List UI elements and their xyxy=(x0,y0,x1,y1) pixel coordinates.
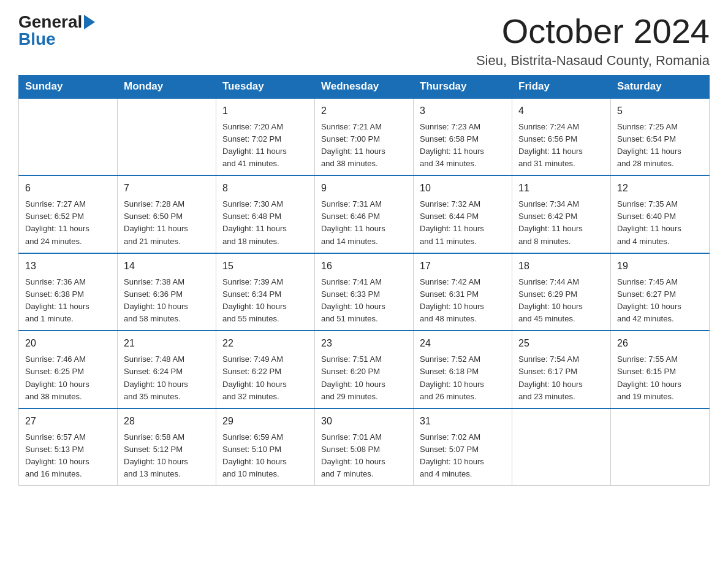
day-info: Sunrise: 7:02 AMSunset: 5:07 PMDaylight:… xyxy=(420,431,506,481)
day-info: Sunrise: 7:39 AMSunset: 6:34 PMDaylight:… xyxy=(222,276,308,326)
day-number: 12 xyxy=(617,181,703,196)
day-info: Sunrise: 7:25 AMSunset: 6:54 PMDaylight:… xyxy=(617,121,703,170)
day-number: 5 xyxy=(617,104,703,118)
day-info: Sunrise: 7:01 AMSunset: 5:08 PMDaylight:… xyxy=(321,431,407,481)
day-number: 28 xyxy=(124,414,210,429)
day-number: 22 xyxy=(222,336,308,351)
calendar-cell: 29Sunrise: 6:59 AMSunset: 5:10 PMDayligh… xyxy=(216,408,315,486)
day-number: 30 xyxy=(321,414,407,429)
day-number: 1 xyxy=(222,104,308,118)
day-info: Sunrise: 7:54 AMSunset: 6:17 PMDaylight:… xyxy=(518,353,604,403)
day-number: 9 xyxy=(321,181,407,196)
calendar-cell: 23Sunrise: 7:51 AMSunset: 6:20 PMDayligh… xyxy=(315,331,414,408)
day-info: Sunrise: 7:36 AMSunset: 6:38 PMDaylight:… xyxy=(25,276,111,326)
calendar-cell: 2Sunrise: 7:21 AMSunset: 7:00 PMDaylight… xyxy=(315,98,414,176)
day-number: 29 xyxy=(222,414,308,429)
day-number: 16 xyxy=(321,259,407,274)
calendar-cell: 15Sunrise: 7:39 AMSunset: 6:34 PMDayligh… xyxy=(216,253,315,331)
calendar-cell: 6Sunrise: 7:27 AMSunset: 6:52 PMDaylight… xyxy=(19,175,118,253)
calendar-cell: 3Sunrise: 7:23 AMSunset: 6:58 PMDaylight… xyxy=(414,98,512,176)
day-info: Sunrise: 7:49 AMSunset: 6:22 PMDaylight:… xyxy=(222,353,308,403)
day-info: Sunrise: 6:58 AMSunset: 5:12 PMDaylight:… xyxy=(124,431,210,481)
calendar-week-4: 20Sunrise: 7:46 AMSunset: 6:25 PMDayligh… xyxy=(19,331,710,408)
calendar-cell: 17Sunrise: 7:42 AMSunset: 6:31 PMDayligh… xyxy=(414,253,512,331)
page-header: General Blue October 2024 Sieu, Bistrita… xyxy=(18,12,710,69)
day-info: Sunrise: 7:55 AMSunset: 6:15 PMDaylight:… xyxy=(617,353,703,403)
calendar-cell: 30Sunrise: 7:01 AMSunset: 5:08 PMDayligh… xyxy=(315,408,414,486)
calendar-cell xyxy=(512,408,611,486)
calendar-cell: 11Sunrise: 7:34 AMSunset: 6:42 PMDayligh… xyxy=(512,175,611,253)
logo-arrow-icon xyxy=(84,15,95,29)
day-header-monday: Monday xyxy=(118,75,216,98)
day-number: 18 xyxy=(518,259,604,274)
calendar-cell: 26Sunrise: 7:55 AMSunset: 6:15 PMDayligh… xyxy=(611,331,710,408)
day-header-wednesday: Wednesday xyxy=(315,75,414,98)
day-info: Sunrise: 7:35 AMSunset: 6:40 PMDaylight:… xyxy=(617,198,703,248)
calendar-cell xyxy=(611,408,710,486)
day-header-saturday: Saturday xyxy=(611,75,710,98)
day-number: 23 xyxy=(321,336,407,351)
day-info: Sunrise: 6:57 AMSunset: 5:13 PMDaylight:… xyxy=(25,431,111,481)
day-number: 13 xyxy=(25,259,111,274)
logo-bottom: Blue xyxy=(18,29,56,49)
day-info: Sunrise: 7:24 AMSunset: 6:56 PMDaylight:… xyxy=(518,121,604,170)
calendar-cell: 4Sunrise: 7:24 AMSunset: 6:56 PMDaylight… xyxy=(512,98,611,176)
day-info: Sunrise: 7:23 AMSunset: 6:58 PMDaylight:… xyxy=(420,121,506,170)
day-number: 24 xyxy=(420,336,506,351)
calendar-cell: 13Sunrise: 7:36 AMSunset: 6:38 PMDayligh… xyxy=(19,253,118,331)
calendar-cell: 18Sunrise: 7:44 AMSunset: 6:29 PMDayligh… xyxy=(512,253,611,331)
day-info: Sunrise: 7:44 AMSunset: 6:29 PMDaylight:… xyxy=(518,276,604,326)
calendar-cell: 28Sunrise: 6:58 AMSunset: 5:12 PMDayligh… xyxy=(118,408,216,486)
day-header-tuesday: Tuesday xyxy=(216,75,315,98)
day-number: 21 xyxy=(124,336,210,351)
day-number: 11 xyxy=(518,181,604,196)
calendar-cell: 5Sunrise: 7:25 AMSunset: 6:54 PMDaylight… xyxy=(611,98,710,176)
calendar-cell: 12Sunrise: 7:35 AMSunset: 6:40 PMDayligh… xyxy=(611,175,710,253)
day-number: 25 xyxy=(518,336,604,351)
day-info: Sunrise: 7:48 AMSunset: 6:24 PMDaylight:… xyxy=(124,353,210,403)
calendar-cell: 21Sunrise: 7:48 AMSunset: 6:24 PMDayligh… xyxy=(118,331,216,408)
location-subtitle: Sieu, Bistrita-Nasaud County, Romania xyxy=(476,53,710,69)
calendar-cell: 16Sunrise: 7:41 AMSunset: 6:33 PMDayligh… xyxy=(315,253,414,331)
day-header-friday: Friday xyxy=(512,75,611,98)
calendar-week-2: 6Sunrise: 7:27 AMSunset: 6:52 PMDaylight… xyxy=(19,175,710,253)
calendar-cell: 24Sunrise: 7:52 AMSunset: 6:18 PMDayligh… xyxy=(414,331,512,408)
title-section: October 2024 Sieu, Bistrita-Nasaud Count… xyxy=(476,12,710,69)
day-info: Sunrise: 7:52 AMSunset: 6:18 PMDaylight:… xyxy=(420,353,506,403)
calendar-table: SundayMondayTuesdayWednesdayThursdayFrid… xyxy=(18,75,710,486)
calendar-week-5: 27Sunrise: 6:57 AMSunset: 5:13 PMDayligh… xyxy=(19,408,710,486)
day-info: Sunrise: 7:28 AMSunset: 6:50 PMDaylight:… xyxy=(124,198,210,248)
calendar-cell: 20Sunrise: 7:46 AMSunset: 6:25 PMDayligh… xyxy=(19,331,118,408)
day-info: Sunrise: 7:34 AMSunset: 6:42 PMDaylight:… xyxy=(518,198,604,248)
day-info: Sunrise: 7:46 AMSunset: 6:25 PMDaylight:… xyxy=(25,353,111,403)
day-info: Sunrise: 7:38 AMSunset: 6:36 PMDaylight:… xyxy=(124,276,210,326)
calendar-cell: 10Sunrise: 7:32 AMSunset: 6:44 PMDayligh… xyxy=(414,175,512,253)
day-number: 15 xyxy=(222,259,308,274)
day-info: Sunrise: 7:30 AMSunset: 6:48 PMDaylight:… xyxy=(222,198,308,248)
day-number: 4 xyxy=(518,104,604,118)
calendar-cell: 1Sunrise: 7:20 AMSunset: 7:02 PMDaylight… xyxy=(216,98,315,176)
day-info: Sunrise: 7:27 AMSunset: 6:52 PMDaylight:… xyxy=(25,198,111,248)
calendar-body: 1Sunrise: 7:20 AMSunset: 7:02 PMDaylight… xyxy=(19,98,710,486)
calendar-cell: 25Sunrise: 7:54 AMSunset: 6:17 PMDayligh… xyxy=(512,331,611,408)
page-title: October 2024 xyxy=(476,12,710,50)
day-header-thursday: Thursday xyxy=(414,75,512,98)
calendar-cell xyxy=(118,98,216,176)
logo: General Blue xyxy=(18,12,95,49)
day-number: 17 xyxy=(420,259,506,274)
day-info: Sunrise: 7:41 AMSunset: 6:33 PMDaylight:… xyxy=(321,276,407,326)
calendar-cell: 14Sunrise: 7:38 AMSunset: 6:36 PMDayligh… xyxy=(118,253,216,331)
day-info: Sunrise: 6:59 AMSunset: 5:10 PMDaylight:… xyxy=(222,431,308,481)
day-info: Sunrise: 7:51 AMSunset: 6:20 PMDaylight:… xyxy=(321,353,407,403)
calendar-cell: 19Sunrise: 7:45 AMSunset: 6:27 PMDayligh… xyxy=(611,253,710,331)
day-number: 26 xyxy=(617,336,703,351)
day-number: 14 xyxy=(124,259,210,274)
day-info: Sunrise: 7:32 AMSunset: 6:44 PMDaylight:… xyxy=(420,198,506,248)
day-number: 6 xyxy=(25,181,111,196)
calendar-cell: 9Sunrise: 7:31 AMSunset: 6:46 PMDaylight… xyxy=(315,175,414,253)
calendar-cell: 7Sunrise: 7:28 AMSunset: 6:50 PMDaylight… xyxy=(118,175,216,253)
calendar-cell: 27Sunrise: 6:57 AMSunset: 5:13 PMDayligh… xyxy=(19,408,118,486)
day-number: 7 xyxy=(124,181,210,196)
day-number: 3 xyxy=(420,104,506,118)
calendar-header: SundayMondayTuesdayWednesdayThursdayFrid… xyxy=(19,75,710,98)
